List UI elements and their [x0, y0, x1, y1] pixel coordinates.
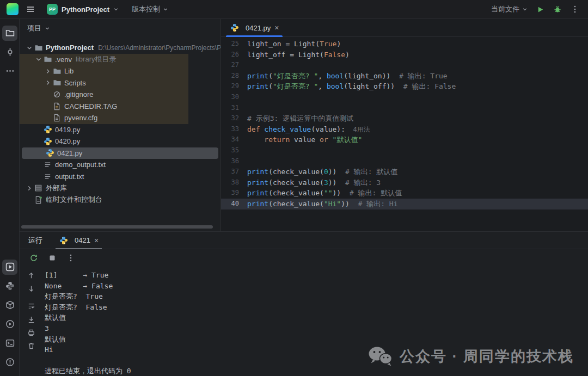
chevron-right-icon[interactable] [25, 184, 34, 193]
code-line-30[interactable]: 30 [221, 92, 588, 103]
chevron-spacer [44, 90, 52, 99]
services-tool-icon[interactable] [2, 317, 17, 332]
watermark-text: 公众号 · 周同学的技术栈 [400, 347, 574, 366]
code-line-29[interactable]: 29print("灯是否亮? ", bool(light_off)) # 输出:… [221, 81, 588, 92]
main-menu-icon[interactable] [26, 5, 35, 14]
more-tool-windows-icon[interactable] [2, 64, 17, 79]
tree-item-0421.py[interactable]: 0421.py [22, 147, 218, 159]
folder-icon [43, 55, 52, 64]
chevron-spacer [44, 102, 52, 110]
editor-tab-bar: 0421.py × [221, 19, 588, 37]
pycharm-window: PP PythonProject 版本控制 当前文件 项目 PythonProj [0, 0, 588, 376]
code-line-39[interactable]: 39print(check_value("")) # 输出: 默认值 [221, 188, 588, 199]
line-number: 34 [221, 134, 247, 145]
tree-item-CACHEDIR.TAG[interactable]: CACHEDIR.TAG [20, 101, 220, 113]
scroll-end-icon[interactable] [26, 314, 36, 325]
python-packages-tool-icon[interactable] [2, 298, 17, 313]
soft-wrap-icon[interactable] [26, 301, 36, 312]
code-line-28[interactable]: 28print("灯是否亮? ", bool(light_on)) # 输出: … [221, 71, 588, 82]
title-bar: PP PythonProject 版本控制 当前文件 [0, 0, 588, 19]
code-line-26[interactable]: 26light_off = Light(False) [221, 50, 588, 60]
editor-tab-0421[interactable]: 0421.py × [223, 19, 285, 36]
code-area[interactable]: 25light_on = Light(True)26light_off = Li… [221, 38, 588, 231]
run-config-selector[interactable]: 当前文件 [491, 4, 528, 14]
text-file-icon [43, 172, 52, 181]
print-icon[interactable] [26, 328, 36, 338]
code-line-25[interactable]: 25light_on = Light(True) [221, 39, 588, 50]
strip-bottom-group [0, 257, 20, 376]
tree-item-label: PythonProject [46, 44, 94, 52]
code-line-33[interactable]: 33def check_value(value): 4用法 [221, 124, 588, 135]
project-badge: PP [47, 4, 58, 15]
code-text: light_off = Light(False) [247, 50, 350, 60]
user-account-icon[interactable] [2, 374, 17, 376]
tree-item-外部库[interactable]: 外部库 [20, 182, 220, 194]
close-icon[interactable]: × [94, 237, 99, 244]
code-line-38[interactable]: 38print(check_value(3)) # 输出: 3 [221, 177, 588, 188]
vcs-widget[interactable]: 版本控制 [132, 4, 168, 14]
code-line-36[interactable]: 36 [221, 156, 588, 167]
tree-item-demo_output.txt[interactable]: demo_output.txt [20, 159, 220, 171]
chevron-right-icon[interactable] [44, 78, 52, 87]
tree-item-PythonProject[interactable]: PythonProjectD:\Users\Administrator\Pych… [20, 42, 220, 54]
chevron-down-icon [113, 7, 119, 12]
tree-item-pyvenv.cfg[interactable]: pyvenv.cfg [20, 112, 220, 124]
horizontal-scrollbar[interactable] [21, 225, 213, 229]
terminal-tool-icon[interactable] [2, 336, 17, 351]
line-number: 40 [221, 199, 247, 209]
code-line-35[interactable]: 35 [221, 145, 588, 156]
tree-item-label: Lib [64, 67, 74, 75]
code-line-40[interactable]: 40print(check_value("Hi")) # 输出: Hi [221, 199, 588, 209]
debug-button[interactable] [553, 5, 562, 14]
ignored-icon [52, 90, 62, 99]
code-line-27[interactable]: 27 [221, 60, 588, 71]
arrow-up-icon[interactable] [26, 270, 36, 281]
stop-icon[interactable] [47, 252, 58, 263]
project-panel: 项目 PythonProjectD:\Users\Administrator\P… [20, 19, 220, 231]
tree-item-.venv[interactable]: .venvlibrary根目录 [20, 54, 220, 66]
tree-item-.gitignore[interactable]: .gitignore [20, 89, 220, 101]
run-tab-0421[interactable]: 0421 × [53, 232, 104, 249]
run-button[interactable] [536, 5, 544, 14]
arrow-down-icon[interactable] [26, 283, 36, 294]
tree-item-suffix: library根目录 [76, 54, 116, 64]
code-line-31[interactable]: 31 [221, 103, 588, 114]
run-toolbar [20, 249, 588, 266]
tree-item-0420.py[interactable]: 0420.py [20, 135, 220, 147]
chevron-right-icon[interactable] [44, 67, 52, 76]
project-name: PythonProject [62, 5, 109, 14]
chevron-down-icon[interactable] [25, 44, 34, 52]
commit-tool-icon[interactable] [2, 45, 17, 60]
tree-item-output.txt[interactable]: output.txt [20, 171, 220, 183]
tree-item-Lib[interactable]: Lib [20, 65, 220, 77]
tree-item-0419.py[interactable]: 0419.py [20, 124, 220, 136]
project-tool-icon[interactable] [2, 26, 17, 41]
tree-item-临时文件和控制台[interactable]: 临时文件和控制台 [20, 194, 220, 206]
chevron-down-icon [45, 26, 50, 31]
wechat-icon [367, 346, 393, 367]
line-number: 25 [221, 39, 247, 50]
project-panel-title: 项目 [27, 23, 41, 33]
project-widget[interactable]: PP PythonProject [44, 2, 122, 16]
folder-icon [34, 44, 43, 52]
tree-item-label: .venv [55, 56, 72, 64]
line-number: 29 [221, 81, 247, 92]
pycharm-logo-icon [7, 3, 19, 15]
rerun-icon[interactable] [28, 252, 39, 263]
tree-item-Scripts[interactable]: Scripts [20, 77, 220, 89]
close-icon[interactable]: × [274, 24, 279, 32]
run-tool-icon[interactable] [2, 260, 17, 275]
more-menu-icon[interactable] [571, 5, 579, 14]
tag-file-icon [52, 102, 62, 110]
code-line-32[interactable]: 32# 示例3: 逻辑运算中的真值测试 [221, 113, 588, 124]
project-panel-header[interactable]: 项目 [20, 19, 220, 38]
problems-tool-icon[interactable] [2, 355, 17, 370]
code-line-37[interactable]: 37print(check_value(0)) # 输出: 默认值 [221, 167, 588, 177]
chevron-down-icon[interactable] [34, 55, 43, 64]
line-number: 27 [221, 60, 247, 71]
python-console-tool-icon[interactable] [2, 279, 17, 294]
scratch-icon [34, 195, 43, 204]
more-icon[interactable] [65, 252, 76, 263]
code-line-34[interactable]: 34 return value or "默认值" [221, 134, 588, 145]
clear-icon[interactable] [26, 341, 36, 352]
